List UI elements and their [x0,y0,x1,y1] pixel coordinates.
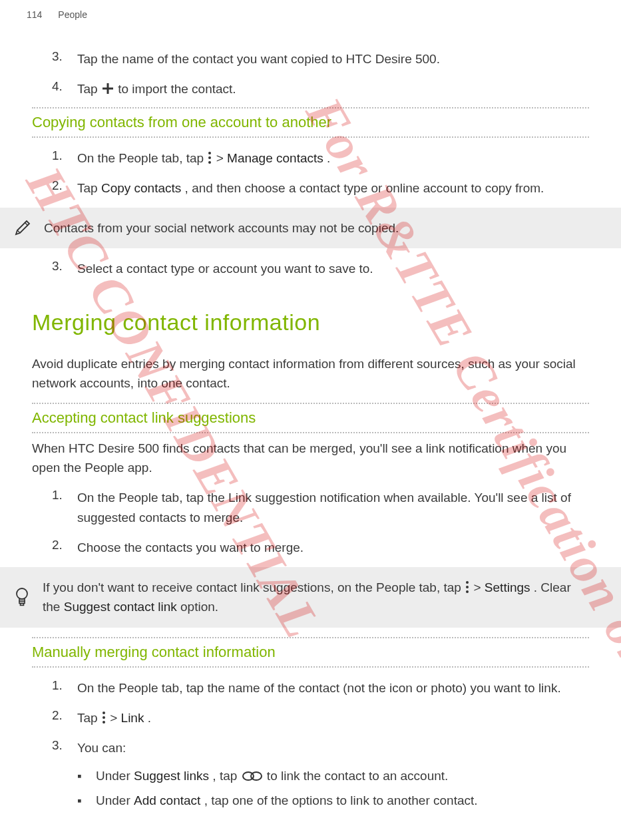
label-copy-contacts: Copy contacts [101,181,181,195]
manual-step-1: 1. On the People tab, tap the name of th… [52,678,589,698]
tip-no-suggestions: If you don't want to receive contact lin… [0,567,621,628]
more-options-icon [207,151,212,164]
bullet-marker: ▪ [77,791,96,810]
separator [32,637,589,638]
text-fragment: . [148,711,151,725]
text-fragment: On the People tab, tap [77,151,207,165]
step-number: 1. [52,148,77,168]
text-fragment: , tap [212,769,240,783]
page-section: People [58,9,87,20]
svg-point-4 [208,161,211,164]
step-number: 4. [52,79,77,99]
text-fragment: > [216,151,227,165]
step-3-top: 3. Tap the name of the contact you want … [52,49,589,69]
svg-line-5 [17,230,20,233]
text-fragment: , tap one of the options to link to anot… [204,793,478,807]
separator [32,432,589,433]
svg-point-15 [103,716,105,719]
svg-point-2 [208,152,211,154]
heading-accepting-suggestions: Accepting contact link suggestions [32,409,589,427]
text-fragment: > [473,580,484,594]
bullet-text: Under Suggest links , tap to link the co… [96,766,448,785]
svg-point-16 [103,721,105,724]
step-text: Tap Copy contacts , and then choose a co… [77,178,589,198]
svg-rect-10 [21,604,24,606]
separator [32,666,589,668]
label-suggest-links: Suggest links [134,769,209,783]
step-text: Select a contact type or account you wan… [77,259,589,278]
text-fragment: to import the contact. [118,82,236,96]
step-number: 3. [52,738,77,757]
bullet-text: Under Add contact , tap one of the optio… [96,791,478,810]
text-fragment: Under [96,793,134,807]
page-header: 114 People [0,0,621,20]
step-text: Tap > Link . [77,708,589,728]
heading-merging-contact-info: Merging contact information [32,310,589,335]
step-number: 3. [52,259,77,278]
label-manage-contacts: Manage contacts [227,151,323,165]
more-options-icon [101,711,106,724]
label-suggest-contact-link: Suggest contact link [64,600,177,614]
separator [32,107,589,108]
link-icon [241,770,264,782]
sub-bullet-2: ▪ Under Add contact , tap one of the opt… [77,791,589,810]
label-link: Link [121,711,144,725]
merge-intro: Avoid duplicate entries by merging conta… [32,354,589,393]
svg-point-11 [466,581,469,584]
page-number: 114 [27,9,42,20]
text-fragment: > [110,711,120,725]
step-text: Tap to import the contact. [77,79,589,99]
pencil-icon [13,218,32,237]
bullet-marker: ▪ [77,766,96,785]
separator [32,136,589,138]
step-number: 1. [52,488,77,527]
tip-text: If you don't want to receive contact lin… [43,578,589,617]
label-add-contact: Add contact [134,793,200,807]
svg-point-14 [103,712,105,714]
manual-step-3: 3. You can: [52,738,589,757]
step-text: Choose the contacts you want to merge. [77,538,589,557]
copy-step-1: 1. On the People tab, tap > Manage conta… [52,148,589,168]
step-text: On the People tab, tap the Link suggesti… [77,488,589,527]
text-fragment: to link the contact to an account. [267,769,449,783]
svg-point-7 [17,588,27,599]
svg-rect-1 [103,88,113,90]
step-4-top: 4. Tap to import the contact. [52,79,589,99]
text-fragment: , and then choose a contact type or onli… [185,181,544,195]
accept-intro: When HTC Desire 500 finds contacts that … [32,439,589,478]
step-text: Tap the name of the contact you want cop… [77,49,589,69]
label-settings: Settings [485,580,530,594]
lightbulb-icon [13,587,31,607]
step-number: 2. [52,178,77,198]
plus-icon [101,82,114,95]
accept-step-1: 1. On the People tab, tap the Link sugge… [52,488,589,527]
text-fragment: If you don't want to receive contact lin… [43,580,465,594]
more-options-icon [465,580,470,594]
text-fragment: option. [180,600,218,614]
svg-line-6 [25,222,28,226]
step-number: 1. [52,678,77,698]
text-fragment: Tap [77,181,101,195]
note-text: Contacts from your social network accoun… [44,218,399,238]
text-fragment: Tap [77,82,101,96]
manual-step-2: 2. Tap > Link . [52,708,589,728]
separator [32,403,589,404]
note-social-accounts: Contacts from your social network accoun… [0,208,621,248]
text-fragment: . [327,151,330,165]
step-text: On the People tab, tap the name of the c… [77,678,589,698]
step-text: On the People tab, tap > Manage contacts… [77,148,589,168]
sub-bullet-1: ▪ Under Suggest links , tap to link the … [77,766,589,785]
accept-step-2: 2. Choose the contacts you want to merge… [52,538,589,557]
heading-manual-merge: Manually merging contact information [32,644,589,661]
svg-point-12 [466,586,469,588]
step-number: 3. [52,49,77,69]
copy-step-2: 2. Tap Copy contacts , and then choose a… [52,178,589,198]
heading-copying-contacts: Copying contacts from one account to ano… [32,114,589,131]
step-number: 2. [52,538,77,557]
step-text: You can: [77,738,589,757]
text-fragment: Under [96,769,134,783]
text-fragment: Tap [77,711,101,725]
copy-step-3: 3. Select a contact type or account you … [52,259,589,278]
svg-point-18 [251,772,262,780]
svg-point-13 [466,590,469,593]
